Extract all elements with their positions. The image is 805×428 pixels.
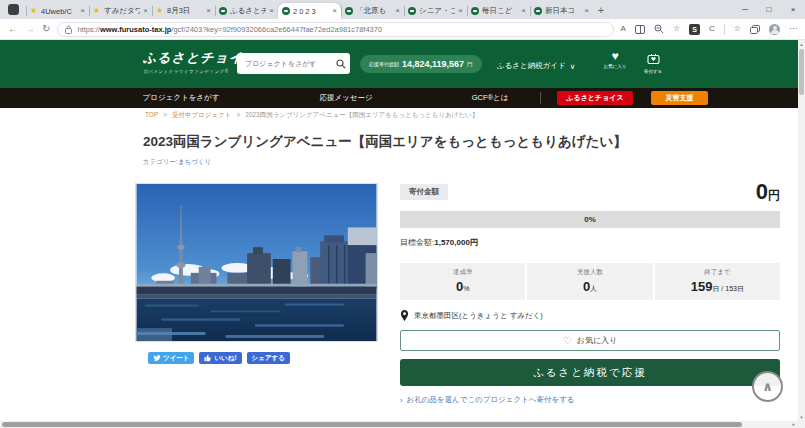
- like-button[interactable]: いいね!: [199, 352, 241, 364]
- tab-close-icon[interactable]: ×: [269, 7, 274, 15]
- tab-close-icon[interactable]: ×: [458, 7, 463, 15]
- window-controls: ─ □ ×: [733, 0, 805, 18]
- reader-icon[interactable]: [635, 25, 645, 34]
- back-icon[interactable]: ←: [8, 24, 18, 34]
- zoom-out-icon[interactable]: [654, 24, 664, 34]
- total-label: 応援寄付総額: [369, 61, 399, 67]
- chevron-down-icon: ∨: [570, 62, 576, 71]
- tab-workspaces-icon[interactable]: [8, 4, 19, 15]
- breadcrumb: TOP > 受付中プロジェクト > 2023両国ランブリングアベニュー【両国エリ…: [145, 111, 478, 120]
- browser-window: ★ 4Uweb/C × ★ すみだタワ × ★ 8月3日 × ふるさとチ × 2…: [0, 0, 805, 428]
- total-unit: 円: [467, 61, 473, 68]
- disaster-support-button[interactable]: 災害支援: [651, 91, 708, 105]
- read-aloud-icon[interactable]: A: [621, 25, 626, 33]
- vertical-scrollbar[interactable]: ▴ ▾: [798, 40, 805, 421]
- chevron-up-icon: ∧: [762, 379, 773, 394]
- browser-tab-9[interactable]: 新日本コ ×: [530, 3, 593, 19]
- tweet-button[interactable]: ツイート: [148, 352, 194, 364]
- extension-c-icon[interactable]: C: [709, 25, 715, 33]
- breadcrumb-top-link[interactable]: TOP: [145, 111, 158, 120]
- extension-s-icon[interactable]: S: [689, 24, 700, 35]
- tab-label: 8月3日: [167, 6, 203, 16]
- category-label: カテゴリー:: [143, 158, 178, 165]
- share-button[interactable]: シェアする: [247, 352, 290, 364]
- url-field[interactable]: https://www.furusato-tax.jp/gcf/2403?key…: [57, 22, 613, 37]
- goal-value: 1,570,000円: [434, 238, 478, 247]
- gift-link-label: お礼の品を選んでこのプロジェクトへ寄付をする: [407, 395, 575, 405]
- browser-tab-8[interactable]: 毎日こど ×: [467, 3, 530, 19]
- furusato-choice-button[interactable]: ふるさとチョイス: [557, 91, 633, 105]
- furusato-choice-favicon: [408, 7, 416, 15]
- profile-avatar[interactable]: [769, 24, 780, 35]
- tab-label: ふるさとチ: [230, 6, 266, 16]
- scroll-to-top-button[interactable]: ∧: [752, 371, 783, 402]
- location-text: 東京都墨田区(とうきょうと すみだく): [414, 311, 543, 321]
- project-search: [237, 53, 350, 74]
- browser-tab-1[interactable]: ★ 4Uweb/C ×: [26, 3, 89, 19]
- header-favorites[interactable]: ♥ お気に入り: [598, 50, 632, 69]
- stat-achievement-rate: 達成率 0%: [400, 263, 525, 300]
- tab-label: 毎日こど: [482, 6, 518, 16]
- total-donation-pill: 応援寄付総額 14,824,119,567 円: [360, 55, 482, 73]
- browser-tab-active[interactable]: 2023 ×: [278, 3, 341, 19]
- header-donate[interactable]: 寄付する: [636, 50, 670, 74]
- tab-close-icon[interactable]: ×: [395, 7, 400, 15]
- tab-close-icon[interactable]: ×: [206, 7, 211, 15]
- horizontal-scrollbar-thumb[interactable]: [2, 422, 742, 427]
- furusato-choice-favicon: [282, 7, 290, 15]
- scroll-up-arrow[interactable]: ▴: [798, 41, 805, 47]
- maximize-button[interactable]: □: [757, 0, 781, 18]
- breadcrumb-projects-link[interactable]: 受付中プロジェクト: [172, 111, 231, 120]
- close-window-button[interactable]: ×: [781, 0, 805, 18]
- horizontal-scrollbar[interactable]: ▸: [0, 421, 798, 428]
- scrollbar-corner: [798, 421, 805, 428]
- browser-tab-7[interactable]: シニア・こ ×: [404, 3, 467, 19]
- tab-close-icon[interactable]: ×: [332, 7, 337, 15]
- nav-item-about-gcf[interactable]: GCF®とは: [445, 88, 535, 108]
- tab-label: 4Uweb/C: [41, 7, 77, 16]
- tab-strip: ★ 4Uweb/C × ★ すみだタワ × ★ 8月3日 × ふるさとチ × 2…: [0, 0, 805, 19]
- favorite-star-icon[interactable]: ☆: [673, 25, 680, 33]
- forward-icon[interactable]: →: [25, 24, 35, 34]
- scroll-right-arrow[interactable]: ▸: [792, 421, 795, 428]
- social-buttons: ツイート いいね! シェアする: [148, 352, 290, 364]
- tab-close-icon[interactable]: ×: [80, 7, 85, 15]
- tab-close-icon[interactable]: ×: [521, 7, 526, 15]
- tab-close-icon[interactable]: ×: [584, 7, 589, 15]
- browser-tab-3[interactable]: ★ 8月3日 ×: [152, 3, 215, 19]
- nav-item-support-messages[interactable]: 応援メッセージ: [296, 88, 396, 108]
- vertical-scrollbar-thumb[interactable]: [799, 49, 804, 95]
- project-photo: [135, 183, 378, 342]
- search-icon[interactable]: [336, 59, 346, 69]
- address-bar: ← → ↻ https://www.furusato-tax.jp/gcf/24…: [0, 19, 805, 40]
- page-title: 2023両国ランブリングアベニュー【両国エリアをもっともっともりあげたい】: [143, 133, 627, 151]
- favorite-button[interactable]: ♡ お気に入り: [400, 330, 780, 351]
- donation-amount: 0円: [756, 179, 780, 205]
- nav-item-search-projects[interactable]: プロジェクトをさがす: [130, 88, 232, 108]
- browser-tab-6[interactable]: 「北原も ×: [341, 3, 404, 19]
- browser-tab-2[interactable]: ★ すみだタワ ×: [89, 3, 152, 19]
- search-input[interactable]: [243, 59, 336, 68]
- donate-icon: [647, 53, 660, 64]
- tax-guide-menu[interactable]: ふるさと納税ガイド ∨: [497, 61, 575, 71]
- stat-supporters: 支援人数 0人: [527, 263, 652, 300]
- tab-close-icon[interactable]: ×: [143, 7, 148, 15]
- new-tab-button[interactable]: +: [593, 4, 609, 16]
- donate-cta-button[interactable]: ふるさと納税で応援: [400, 359, 780, 386]
- favorites-bar-icon[interactable]: ☆: [734, 25, 741, 33]
- minimize-button[interactable]: ─: [733, 0, 757, 18]
- toolbar-divider: [724, 24, 725, 35]
- settings-more-icon[interactable]: ⋯: [789, 25, 797, 33]
- refresh-icon[interactable]: ↻: [42, 24, 50, 34]
- collections-icon[interactable]: [750, 25, 760, 34]
- browser-tab-4[interactable]: ふるさとチ ×: [215, 3, 278, 19]
- tab-label: 「北原も: [356, 6, 392, 16]
- favicon-star-icon: ★: [93, 7, 101, 15]
- scroll-down-arrow[interactable]: ▾: [798, 414, 805, 420]
- category-link[interactable]: まちづくり: [178, 158, 211, 165]
- goal-amount: 目標金額:1,570,000円: [400, 237, 780, 248]
- tab-label: 2023: [293, 7, 329, 16]
- gift-selection-link[interactable]: › お礼の品を選んでこのプロジェクトへ寄付をする: [400, 395, 780, 405]
- heart-outline-icon: ♡: [563, 335, 572, 346]
- url-text: https://www.furusato-tax.jp/gcf/2403?key…: [77, 25, 382, 34]
